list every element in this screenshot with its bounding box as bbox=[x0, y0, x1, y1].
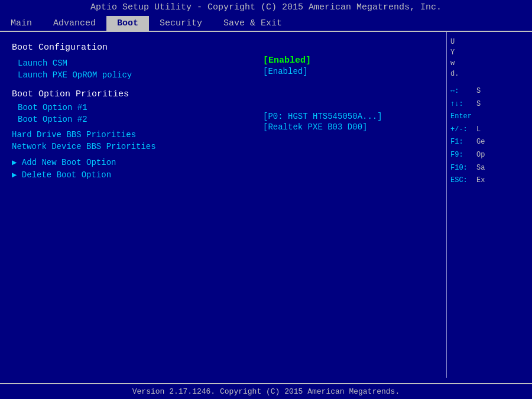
value-boot2: [Realtek PXE B03 D00] bbox=[263, 122, 440, 132]
option-launch-csm[interactable]: Launch CSM bbox=[12, 57, 245, 69]
key-f9-desc: Op bbox=[476, 149, 485, 162]
value-boot1: [P0: HGST HTS545050A...] bbox=[263, 112, 440, 121]
mid-panel: [Enabled] [Enabled] [P0: HGST HTS545050A… bbox=[257, 32, 446, 378]
right-panel: U Y w d. ↔: S ↑↓: S Enter +/-: L F1: bbox=[446, 32, 532, 378]
left-panel: Boot Configuration Launch CSM Launch PXE… bbox=[0, 32, 257, 378]
key-arrows-desc: S bbox=[476, 85, 481, 98]
option-delete-boot[interactable]: Delete Boot Option bbox=[12, 168, 245, 181]
right-info: U Y w d. bbox=[450, 37, 528, 79]
option-add-boot[interactable]: Add New Boot Option bbox=[12, 156, 245, 168]
value-launch-csm: [Enabled] bbox=[263, 56, 440, 66]
menu-item-advanced[interactable]: Advanced bbox=[43, 16, 106, 31]
key-updown-desc: S bbox=[476, 98, 481, 111]
key-f1-desc: Ge bbox=[476, 136, 485, 149]
right-info-line1: U bbox=[450, 37, 528, 47]
option-hdd-bbs[interactable]: Hard Drive BBS Priorities bbox=[12, 129, 245, 141]
bottom-text: Version 2.17.1246. Copyright (C) 2015 Am… bbox=[132, 387, 400, 396]
key-plusminus: +/-: L bbox=[450, 124, 528, 137]
right-keys: ↔: S ↑↓: S Enter +/-: L F1: Ge F9: Op bbox=[450, 85, 528, 187]
key-f10-label: F10: bbox=[450, 162, 474, 175]
menu-item-security[interactable]: Security bbox=[149, 16, 213, 31]
right-info-line3: w bbox=[450, 58, 528, 69]
key-esc: ESC: Ex bbox=[450, 174, 528, 187]
key-f10-desc: Sa bbox=[476, 162, 485, 175]
right-info-line2: Y bbox=[450, 47, 528, 58]
key-f9-label: F9: bbox=[450, 149, 474, 162]
key-enter: Enter bbox=[450, 111, 528, 124]
menu-bar: Main Advanced Boot Security Save & Exit bbox=[0, 15, 532, 32]
section-boot-priorities: Boot Option Priorities bbox=[12, 89, 245, 99]
right-info-line4: d. bbox=[450, 69, 528, 79]
value-launch-pxe: [Enabled] bbox=[263, 67, 440, 76]
option-launch-pxe[interactable]: Launch PXE OpROM policy bbox=[12, 69, 245, 81]
key-updown: ↑↓: S bbox=[450, 98, 528, 111]
title-bar: Aptio Setup Utility - Copyright (C) 2015… bbox=[0, 0, 532, 15]
menu-item-boot[interactable]: Boot bbox=[106, 16, 149, 31]
key-plusminus-desc: L bbox=[476, 124, 481, 137]
main-content: Boot Configuration Launch CSM Launch PXE… bbox=[0, 32, 532, 378]
key-esc-label: ESC: bbox=[450, 174, 474, 187]
key-f1: F1: Ge bbox=[450, 136, 528, 149]
key-plusminus-label: +/-: bbox=[450, 124, 474, 137]
menu-item-main[interactable]: Main bbox=[0, 16, 43, 31]
section-boot-config: Boot Configuration bbox=[12, 43, 245, 53]
key-f9: F9: Op bbox=[450, 149, 528, 162]
bottom-bar: Version 2.17.1246. Copyright (C) 2015 Am… bbox=[0, 383, 532, 399]
key-arrows-label: ↔: bbox=[450, 85, 474, 98]
key-f1-label: F1: bbox=[450, 136, 474, 149]
menu-item-save-exit[interactable]: Save & Exit bbox=[213, 16, 293, 31]
option-network-bbs[interactable]: Network Device BBS Priorities bbox=[12, 141, 245, 153]
key-arrows: ↔: S bbox=[450, 85, 528, 98]
key-esc-desc: Ex bbox=[476, 174, 485, 187]
key-f10: F10: Sa bbox=[450, 162, 528, 175]
key-enter-label: Enter bbox=[450, 111, 474, 124]
key-updown-label: ↑↓: bbox=[450, 98, 474, 111]
title-text: Aptio Setup Utility - Copyright (C) 2015… bbox=[90, 2, 442, 12]
option-boot2[interactable]: Boot Option #2 bbox=[12, 113, 245, 125]
option-boot1[interactable]: Boot Option #1 bbox=[12, 102, 245, 113]
